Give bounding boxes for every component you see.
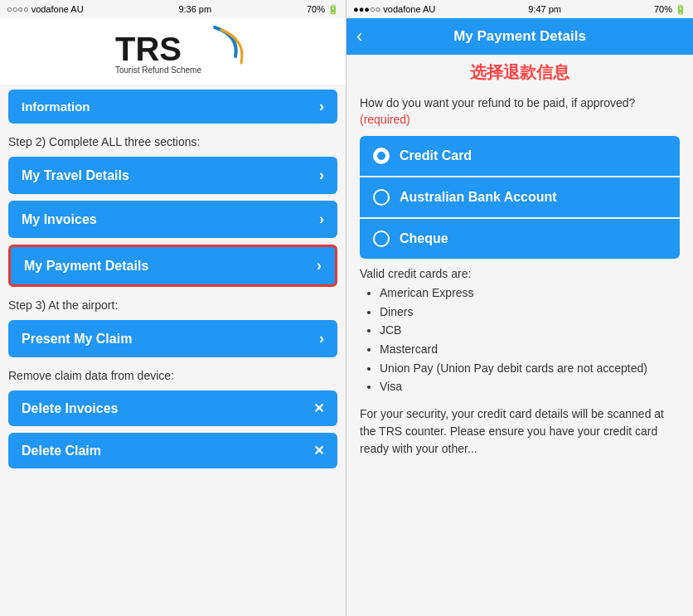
information-button[interactable]: Information › — [8, 90, 337, 124]
remove-text: Remove claim data from device: — [0, 361, 346, 387]
list-item: Diners — [380, 304, 680, 321]
bank-account-option[interactable]: Australian Bank Account — [360, 177, 680, 217]
trs-logo: TRS Tourist Refund Scheme — [99, 23, 248, 80]
svg-text:Tourist Refund Scheme: Tourist Refund Scheme — [115, 65, 201, 75]
carrier-left: ○○○○ vodafone AU — [7, 4, 84, 14]
radio-empty-icon — [373, 230, 390, 247]
my-invoices-label: My Invoices — [22, 212, 97, 227]
cheque-label: Cheque — [400, 231, 448, 246]
list-item: Mastercard — [380, 342, 680, 358]
battery-left: 70% 🔋 — [307, 4, 339, 15]
step2-text: Step 2) Complete ALL three sections: — [0, 129, 346, 153]
delete-claim-label: Delete Claim — [22, 444, 101, 458]
battery-right: 70% 🔋 — [654, 4, 686, 15]
credit-card-option[interactable]: Credit Card — [360, 136, 680, 176]
chevron-icon: › — [317, 257, 322, 274]
list-item: JCB — [380, 323, 680, 339]
question-text: How do you want your refund to be paid, … — [360, 95, 680, 128]
card-list: American Express Diners JCB Mastercard U… — [360, 285, 680, 395]
right-panel: ●●●○○ vodafone AU 9:47 pm 70% 🔋 ‹ My Pay… — [346, 0, 693, 616]
credit-card-label: Credit Card — [400, 148, 472, 163]
chinese-title: 选择退款信息 — [346, 55, 693, 87]
delete-invoices-button[interactable]: Delete Invoices ✕ — [8, 390, 337, 426]
time-left: 9:36 pm — [178, 4, 211, 14]
list-item: American Express — [380, 285, 680, 302]
time-right: 9:47 pm — [528, 4, 561, 14]
my-travel-details-label: My Travel Details — [22, 168, 129, 183]
delete-claim-button[interactable]: Delete Claim ✕ — [8, 433, 337, 468]
close-icon: ✕ — [313, 443, 324, 458]
page-title: My Payment Details — [453, 28, 586, 45]
step3-text: Step 3) At the airport: — [0, 290, 346, 317]
security-text: For your security, your credit card deta… — [360, 405, 680, 458]
nav-bar: ‹ My Payment Details — [346, 18, 693, 55]
my-travel-details-button[interactable]: My Travel Details › — [8, 157, 337, 194]
delete-invoices-label: Delete Invoices — [22, 401, 119, 416]
list-item: Union Pay (Union Pay debit cards are not… — [380, 361, 680, 377]
chevron-icon: › — [319, 330, 324, 347]
close-icon: ✕ — [313, 400, 324, 416]
present-my-claim-button[interactable]: Present My Claim › — [8, 320, 337, 357]
my-payment-details-button[interactable]: My Payment Details › — [8, 245, 337, 287]
payment-options-group: Credit Card Australian Bank Account Cheq… — [360, 136, 680, 259]
list-item: Visa — [380, 379, 680, 395]
logo-area: TRS Tourist Refund Scheme — [0, 18, 346, 85]
left-panel: ○○○○ vodafone AU 9:36 pm 70% 🔋 TRS Touri… — [0, 0, 346, 616]
chevron-icon: › — [319, 98, 324, 115]
radio-empty-icon — [373, 189, 390, 206]
cheque-option[interactable]: Cheque — [360, 219, 680, 259]
back-button[interactable]: ‹ — [356, 26, 362, 47]
required-label: (required) — [360, 113, 410, 126]
chevron-icon: › — [319, 211, 324, 228]
valid-cards-title: Valid credit cards are: — [360, 267, 680, 280]
chevron-icon: › — [319, 167, 324, 184]
radio-selected-icon — [373, 148, 390, 164]
bank-account-label: Australian Bank Account — [400, 190, 557, 205]
svg-text:TRS: TRS — [115, 31, 182, 67]
present-my-claim-label: Present My Claim — [22, 332, 132, 347]
my-payment-details-label: My Payment Details — [24, 259, 148, 274]
trs-logo-svg: TRS Tourist Refund Scheme — [99, 23, 248, 77]
status-bar-right: ●●●○○ vodafone AU 9:47 pm 70% 🔋 — [346, 0, 693, 18]
right-content: How do you want your refund to be paid, … — [346, 87, 693, 466]
status-bar-left: ○○○○ vodafone AU 9:36 pm 70% 🔋 — [0, 0, 346, 18]
information-label: Information — [22, 99, 90, 114]
my-invoices-button[interactable]: My Invoices › — [8, 201, 337, 238]
carrier-right: ●●●○○ vodafone AU — [353, 4, 435, 14]
